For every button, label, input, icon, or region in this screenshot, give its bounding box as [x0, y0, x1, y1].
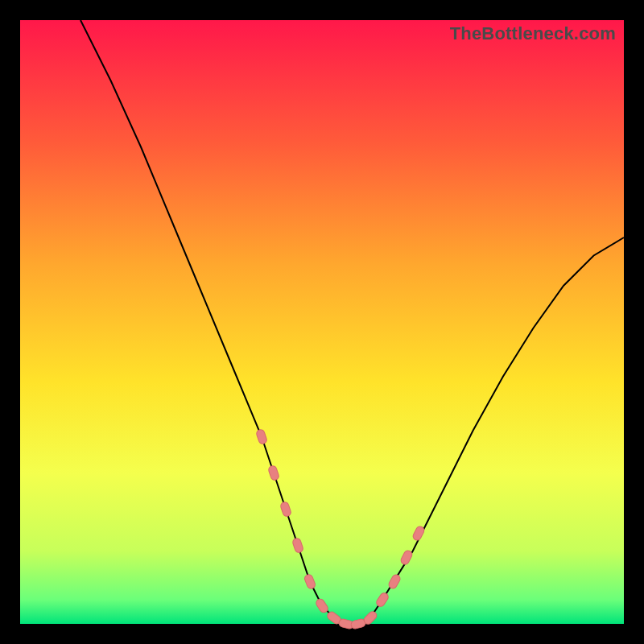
marker-group: [255, 428, 425, 630]
highlight-marker: [291, 537, 303, 553]
plot-area: TheBottleneck.com: [20, 20, 624, 624]
highlight-marker: [303, 573, 316, 589]
highlight-marker: [375, 592, 390, 609]
bottleneck-curve: [80, 20, 624, 624]
highlight-marker: [399, 549, 413, 566]
chart-frame: TheBottleneck.com: [0, 0, 644, 644]
highlight-marker: [255, 428, 267, 444]
highlight-marker: [411, 525, 425, 542]
highlight-marker: [279, 501, 291, 517]
curve-layer: [20, 20, 624, 624]
highlight-marker: [267, 464, 279, 481]
